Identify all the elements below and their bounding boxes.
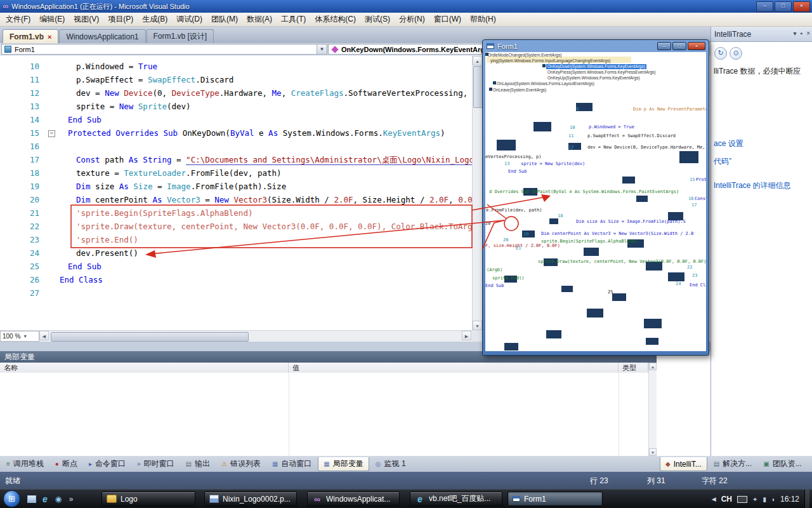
volume-icon[interactable]: ◗ <box>771 496 775 503</box>
tray-icon-2[interactable]: ▮ <box>763 496 766 503</box>
close-button[interactable]: × <box>688 42 705 50</box>
quick-launch-overflow-icon[interactable]: » <box>66 494 76 504</box>
language-indicator[interactable]: CH <box>721 495 732 504</box>
fold-collapse-icon[interactable]: − <box>48 130 55 137</box>
render-artifact <box>489 88 492 91</box>
refresh-icon[interactable]: ↻ <box>714 47 727 60</box>
menu-item[interactable]: 编辑(E) <box>35 12 69 27</box>
tray-icon-1[interactable]: ✦ <box>752 496 757 503</box>
pin-icon[interactable]: ▪ <box>801 30 803 37</box>
tab-label: 即时窗口 <box>143 458 174 469</box>
form1-app-window[interactable]: Form1 – □ × OrdleModeChanged(System.Even… <box>482 39 709 356</box>
column-header-type[interactable]: 类型 <box>619 363 648 373</box>
taskbar-button-label: Form1 <box>524 495 546 504</box>
scrollbar-thumb[interactable] <box>51 332 249 342</box>
menu-item[interactable]: 团队(M) <box>207 12 242 27</box>
intellitrace-code-link[interactable]: 代码” <box>714 156 731 167</box>
close-button[interactable]: × <box>793 1 810 12</box>
editor-horizontal-scrollbar[interactable]: 100 % ▼ ◀ ▶ <box>0 330 472 342</box>
taskbar-button[interactable]: evb.net吧_百度贴... <box>410 491 502 506</box>
menu-item[interactable]: 数据(A) <box>242 12 277 27</box>
scroll-left-icon[interactable]: ◀ <box>39 331 49 340</box>
menu-item[interactable]: 体系结构(C) <box>310 12 360 27</box>
column-header-value[interactable]: 值 <box>289 363 619 373</box>
maximize-button[interactable]: □ <box>672 42 686 50</box>
menu-item[interactable]: 调试(D) <box>172 12 207 27</box>
panel-tab[interactable]: ≡调用堆栈 <box>1 457 49 471</box>
panel-tab[interactable]: ▤输出 <box>180 457 214 471</box>
scrollbar-thumb[interactable] <box>473 66 483 108</box>
scroll-up-icon[interactable]: ▲ <box>473 56 482 65</box>
types-dropdown[interactable]: Form1 ▼ <box>1 44 327 55</box>
mini-code-text: End Class <box>690 283 706 288</box>
render-artifact <box>561 286 573 292</box>
scroll-right-icon[interactable]: ▶ <box>462 331 471 340</box>
chevron-down-icon[interactable]: ▼ <box>317 44 327 54</box>
minimize-button[interactable]: – <box>756 1 773 12</box>
menu-item[interactable]: 视图(V) <box>69 12 103 27</box>
locals-grid[interactable] <box>0 373 657 456</box>
scroll-up-icon[interactable]: ▲ <box>649 363 657 370</box>
chevron-down-icon[interactable]: ▾ <box>794 30 797 37</box>
settings-icon[interactable]: ⊙ <box>730 47 742 60</box>
menu-item[interactable]: 工具(T) <box>277 12 310 27</box>
menu-item[interactable]: 项目(P) <box>103 12 138 27</box>
clock[interactable]: 16:12 <box>780 495 799 504</box>
menu-item[interactable]: 分析(N) <box>395 12 429 27</box>
panel-tab[interactable]: ●断点 <box>50 457 82 471</box>
quick-launch-desktop-icon[interactable] <box>27 494 37 504</box>
panel-tab[interactable]: ▣团队资... <box>758 457 806 471</box>
menu-item[interactable]: 帮助(H) <box>466 12 501 27</box>
chevron-down-icon[interactable]: ▼ <box>23 334 27 338</box>
menu-item[interactable]: 文件(F) <box>1 12 35 27</box>
editor-vertical-scrollbar[interactable]: ▲ ▼ <box>472 56 482 330</box>
quick-launch-media-icon[interactable]: ◉ <box>53 494 63 504</box>
status-ready: 就绪 <box>5 476 20 486</box>
panel-tab[interactable]: ▤解决方... <box>709 457 757 471</box>
panel-tab[interactable]: ▸命令窗口 <box>84 457 131 471</box>
document-tab[interactable]: Form1.vb× <box>3 29 58 43</box>
code-editor[interactable]: 10p.Windowed = True11p.SwapEffect = Swap… <box>0 56 472 330</box>
close-icon[interactable]: × <box>806 30 810 37</box>
panel-tab[interactable]: ◆IntelliT... <box>660 457 707 471</box>
minimize-button[interactable]: – <box>657 42 671 50</box>
document-tab[interactable]: Form1.vb [设计] <box>147 29 214 43</box>
form1-titlebar[interactable]: Form1 – □ × <box>483 40 709 52</box>
panel-tab[interactable]: ◎监视 1 <box>370 457 411 471</box>
code-line: 12dev = New Device(0, DeviceType.Hardwar… <box>0 86 472 100</box>
maximize-button[interactable]: □ <box>775 1 792 12</box>
close-tab-icon[interactable]: × <box>48 33 51 41</box>
menu-item[interactable]: 生成(B) <box>138 12 172 27</box>
quick-launch-browser-icon[interactable]: e <box>40 494 50 504</box>
intellitrace-settings-link[interactable]: ace 设置 <box>714 138 743 149</box>
panel-tab[interactable]: ⚠错误列表 <box>216 457 266 471</box>
taskbar-button[interactable]: Form1 <box>508 491 603 506</box>
column-header-name[interactable]: 名称 <box>0 363 289 373</box>
show-desktop-button[interactable] <box>804 490 809 508</box>
taskbar-button[interactable]: Nixin_Logo0002.p... <box>204 491 297 506</box>
scroll-down-icon[interactable]: ▼ <box>473 321 482 330</box>
code-line: 15−Protected Overrides Sub OnKeyDown(ByV… <box>0 126 472 140</box>
panel-tab[interactable]: »即时窗口 <box>132 457 180 471</box>
scroll-down-icon[interactable]: ▼ <box>649 448 657 456</box>
document-tab[interactable]: WindowsApplication1 <box>59 29 145 43</box>
panel-tab[interactable]: ▦局部变量 <box>318 457 369 471</box>
chevron-left-icon[interactable]: ◀ <box>712 496 716 502</box>
window-controls: – □ × <box>756 1 810 12</box>
intellitrace-details-link[interactable]: IntelliTrace 的详细信息 <box>714 180 791 191</box>
line-number: 19 <box>0 180 44 193</box>
panel-tab[interactable]: ▦自动窗口 <box>267 457 317 471</box>
taskbar-button[interactable]: ∞WindowsApplicat... <box>307 491 400 506</box>
menu-item[interactable]: 测试(S) <box>360 12 395 27</box>
start-button[interactable]: ⊞ <box>3 490 20 507</box>
intellitrace-header: IntelliTrace ▾ ▪ × <box>711 27 812 42</box>
mini-code-text: Const path As String = " <box>695 196 706 201</box>
locals-scrollbar[interactable]: ▲ ▼ <box>648 363 657 456</box>
mini-code-text: Dim p As New PresentParameters <box>633 107 706 112</box>
keyboard-icon[interactable] <box>737 496 747 503</box>
render-artifact <box>584 248 599 256</box>
zoom-control[interactable]: 100 % ▼ <box>0 331 39 342</box>
taskbar-button[interactable]: Logo <box>102 491 195 506</box>
mini-popup-text: OrdleModeChanged(System.EventArgs) <box>488 53 561 58</box>
menu-item[interactable]: 窗口(W) <box>429 12 466 27</box>
